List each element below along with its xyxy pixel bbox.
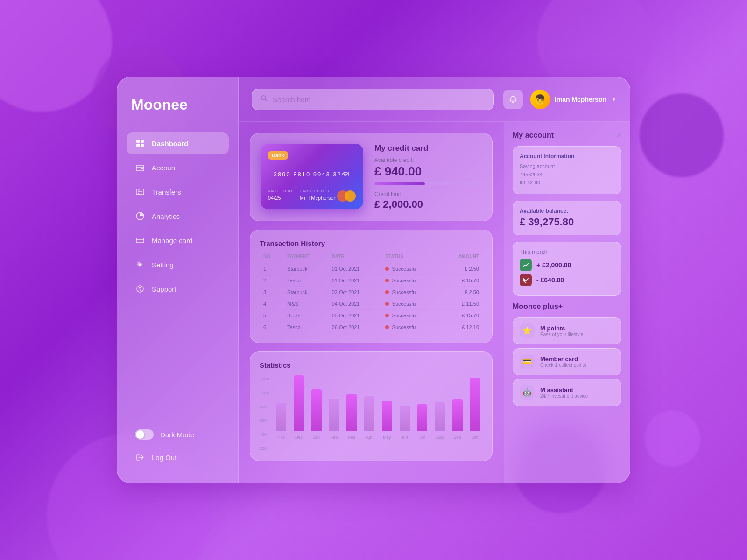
toggle-switch[interactable] <box>135 429 154 440</box>
transaction-section: Transaction History No. Payment Date Sta… <box>250 230 493 343</box>
grid-icon <box>135 138 145 148</box>
chart-bar-group: Sep <box>450 399 465 440</box>
app-window: Moonee Dashboard <box>117 77 630 483</box>
chart-bar-group: Nov <box>274 403 289 440</box>
sidebar-item-label-support: Support <box>152 285 176 293</box>
chart-bar-group: Jul <box>415 404 430 440</box>
table-row: 6 Tesco 06 Oct 2021 Successful £ 12.10 <box>260 322 483 333</box>
tx-amount: £ 15.70 <box>440 275 483 287</box>
sidebar-item-analytics[interactable]: Analytics <box>127 205 229 227</box>
chart-bar-group: Oct <box>467 378 483 440</box>
search-icon <box>261 95 268 104</box>
svg-rect-4 <box>136 165 144 171</box>
sidebar-item-setting[interactable]: Setting <box>127 253 229 276</box>
plus-card-title-m-assistant: M assistant <box>540 386 614 393</box>
toggle-knob <box>136 430 144 439</box>
chart-y-labels: 200 400 600 800 1000 1200 <box>260 377 269 451</box>
notification-button[interactable] <box>503 90 523 109</box>
table-row: 5 Boots 05 Oct 2021 Successful £ 15.70 <box>260 310 483 322</box>
chart-x-label: Apr <box>366 435 373 440</box>
tx-payment: Starbuck <box>283 263 328 275</box>
svg-point-9 <box>137 286 143 292</box>
sidebar-item-account[interactable]: Account <box>127 156 229 179</box>
tx-no: 3 <box>260 287 283 298</box>
user-profile[interactable]: 👦 Iman Mcpherson ▼ <box>530 90 617 109</box>
plus-card-m-assistant[interactable]: 🤖 M assistant 24/7 investment advice <box>513 379 621 406</box>
chart-bar-group: Dec <box>291 375 307 440</box>
plus-card-icon-m-assistant: 🤖 <box>520 385 535 400</box>
chart-bar-group: Feb <box>326 399 342 440</box>
y-label-6: 200 <box>260 446 269 451</box>
sidebar-item-label-manage-card: Manage card <box>152 237 193 245</box>
plus-card-subtitle-member-card: Check & collect points <box>540 363 614 368</box>
sidebar-item-support[interactable]: Support <box>127 278 229 300</box>
right-panel: My account ⤢ Account Information Saving … <box>504 122 630 483</box>
logout-button[interactable]: Log Out <box>127 446 229 469</box>
tx-dot <box>385 267 389 271</box>
chart-bar <box>329 399 339 431</box>
account-type: Saving account <box>520 162 614 171</box>
tx-dot <box>385 279 389 282</box>
chart-x-label: Jan <box>313 435 320 440</box>
tx-dot <box>385 325 389 329</box>
analytics-icon <box>135 211 145 221</box>
this-month-title: This month <box>520 249 614 255</box>
app-logo: Moonee <box>127 96 229 113</box>
valid-thru-label: VALID THRU <box>268 189 292 193</box>
content-area: Bank 3890 8810 9943 3244 <box>239 122 630 483</box>
chart-x-label: Jul <box>420 435 425 440</box>
sidebar-item-label-dashboard: Dashboard <box>152 140 188 147</box>
chart-bar <box>364 396 374 431</box>
card-holder: CARD HOLDER Mr. I Mcpherson <box>300 189 337 202</box>
tx-status: Successful <box>381 263 440 275</box>
sidebar-bottom: Dark Mode Log Out <box>127 415 229 469</box>
account-number: 74562934 <box>520 171 614 179</box>
svg-rect-3 <box>141 144 144 147</box>
chart-bar <box>382 401 392 431</box>
card-bank-label: Bank <box>268 151 288 160</box>
moonee-plus-cards: ⭐ M points Ease of your lifestyle 💳 Memb… <box>513 317 621 410</box>
tx-no: 6 <box>260 322 283 333</box>
card-number: 3890 8810 9943 3244 <box>274 171 351 178</box>
table-row: 4 M&S 04 Oct 2021 Successful £ 11.50 <box>260 298 483 310</box>
plus-card-icon-member-card: 💳 <box>520 354 535 369</box>
col-amount: Amount <box>440 254 483 263</box>
sidebar-item-label-transfers: Transfers <box>152 188 181 196</box>
card-bottom: VALID THRU 04/25 CARD HOLDER Mr. I Mcphe… <box>268 189 356 202</box>
credit-card-title: My credit card <box>374 144 482 153</box>
table-row: 3 Starbuck 02 Oct 2021 Successful £ 2.50 <box>260 287 483 298</box>
moonee-plus-title: Moonee plus+ <box>513 302 621 311</box>
chart-bar-group: Jan <box>309 389 324 440</box>
chart-x-label: Nov <box>277 435 285 440</box>
plus-card-title-m-points: M points <box>540 325 614 332</box>
chart-x-label: Oct <box>472 435 479 440</box>
card-holder-label: CARD HOLDER <box>300 189 337 193</box>
bg-blob-7 <box>644 411 700 467</box>
search-placeholder: Search here <box>273 96 311 104</box>
available-balance-label: Available balance: <box>520 208 614 214</box>
chart-bar <box>400 406 410 431</box>
valid-thru-value: 04/25 <box>268 195 281 201</box>
chevron-down-icon: ▼ <box>611 96 617 103</box>
credit-card-info: My credit card Available credit: £ 940.0… <box>374 144 482 210</box>
expand-icon[interactable]: ⤢ <box>616 132 621 139</box>
mastercard-logo <box>337 190 356 202</box>
sidebar-item-transfers[interactable]: Transfers <box>127 181 229 203</box>
dark-mode-toggle[interactable]: Dark Mode <box>127 425 229 444</box>
chart-x-label: Feb <box>331 435 338 440</box>
plus-card-m-points[interactable]: ⭐ M points Ease of your lifestyle <box>513 317 621 344</box>
search-bar[interactable]: Search here <box>252 89 494 110</box>
transaction-table: No. Payment Date Status Amount 1 Starbuc… <box>260 254 483 333</box>
sidebar-item-dashboard[interactable]: Dashboard <box>127 132 229 154</box>
y-label-4: 600 <box>260 418 269 423</box>
svg-point-11 <box>345 175 346 176</box>
chart-bar-group: Apr <box>362 396 377 440</box>
svg-rect-5 <box>141 168 143 169</box>
sidebar-item-manage-card[interactable]: Manage card <box>127 229 229 252</box>
y-label-1: 1200 <box>260 377 269 381</box>
logout-icon <box>135 452 145 462</box>
chart-bar <box>346 394 357 431</box>
tx-dot <box>385 302 389 306</box>
expense-icon <box>520 274 532 286</box>
plus-card-member-card[interactable]: 💳 Member card Check & collect points <box>513 348 621 375</box>
